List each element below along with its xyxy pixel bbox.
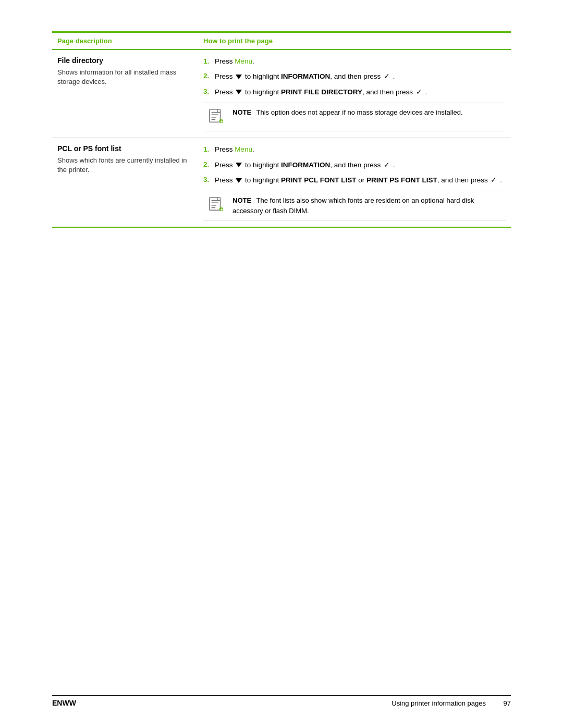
- table-row: File directory Shows information for all…: [52, 50, 511, 138]
- step-3: 3. Press to highlight PRINT FILE DIRECTO…: [203, 87, 506, 97]
- info-table: Page description How to print the page F…: [52, 31, 511, 228]
- pcl-step-3: 3. Press to highlight PRINT PCL FONT LIS…: [203, 175, 506, 186]
- svg-text:✦: ✦: [220, 119, 223, 123]
- pcl-step-num-3: 3.: [203, 175, 215, 185]
- checkmark-icon-pcl-2: ✓: [384, 159, 390, 170]
- note-content-2: NOTE The font lists also show which font…: [232, 195, 500, 216]
- note-svg-icon-2: ✦: [209, 196, 224, 212]
- svg-text:✦: ✦: [220, 208, 223, 212]
- step-text-1: Press Menu.: [215, 56, 506, 67]
- step-num-1: 1.: [203, 56, 215, 67]
- note-text-2: The font lists also show which fonts are…: [232, 196, 474, 215]
- pcl-step-num-2: 2.: [203, 159, 215, 170]
- checkmark-icon-2: ✓: [384, 71, 390, 82]
- note-content-1: NOTE This option does not appear if no m…: [232, 107, 463, 118]
- footer-right-text: Using printer information pages: [391, 699, 486, 707]
- note-box-1: ✦ NOTE This option does not appear if no…: [203, 103, 506, 132]
- pcl-step-text-3: Press to highlight PRINT PCL FONT LIST o…: [215, 175, 506, 186]
- footer-right-label: Using printer information pages 97: [391, 699, 511, 707]
- pcl-step-1: 1. Press Menu.: [203, 144, 506, 155]
- pcl-step-num-1: 1.: [203, 144, 215, 155]
- footer-page-number: 97: [504, 699, 511, 707]
- bold-print-file-dir: PRINT FILE DIRECTORY: [281, 88, 362, 96]
- bold-information-pcl-2: INFORMATION: [281, 161, 330, 169]
- file-directory-steps: 1. Press Menu. 2. Press to highlight INF…: [203, 56, 506, 97]
- footer-left-label: ENWW: [52, 699, 76, 707]
- arrow-down-icon-pcl-3: [236, 178, 242, 183]
- pcl-ps-description: PCL or PS font list Shows which fonts ar…: [52, 138, 198, 227]
- checkmark-icon-3: ✓: [416, 87, 422, 97]
- checkmark-icon-pcl-3: ✓: [491, 175, 497, 186]
- arrow-down-icon-pcl-2: [236, 163, 242, 167]
- note-label-1: NOTE: [232, 108, 251, 116]
- pcl-step-text-1: Press Menu.: [215, 144, 506, 155]
- pcl-ps-steps: 1. Press Menu. 2. Press to highlight INF…: [203, 144, 506, 186]
- page-footer: ENWW Using printer information pages 97: [52, 695, 511, 707]
- header-how-to-print: How to print the page: [198, 32, 511, 50]
- file-directory-instructions: 1. Press Menu. 2. Press to highlight INF…: [198, 50, 511, 138]
- page-container: Page description How to print the page F…: [0, 0, 563, 728]
- step-text-2: Press to highlight INFORMATION, and then…: [215, 71, 506, 82]
- bold-print-pcl: PRINT PCL FONT LIST: [281, 176, 357, 184]
- step-1: 1. Press Menu.: [203, 56, 506, 67]
- arrow-down-icon-2: [236, 75, 242, 79]
- arrow-down-icon-3: [236, 90, 242, 94]
- step-2: 2. Press to highlight INFORMATION, and t…: [203, 71, 506, 82]
- step-num-2: 2.: [203, 71, 215, 81]
- note-text-1: This option does not appear if no mass s…: [256, 108, 463, 116]
- file-directory-title: File directory: [57, 56, 193, 65]
- bold-print-ps: PRINT PS FONT LIST: [366, 176, 437, 184]
- pcl-step-text-2: Press to highlight INFORMATION, and then…: [215, 159, 506, 170]
- note-icon-2: ✦: [209, 196, 227, 215]
- pcl-step-2: 2. Press to highlight INFORMATION, and t…: [203, 159, 506, 170]
- note-icon-1: ✦: [209, 108, 227, 127]
- file-directory-description: File directory Shows information for all…: [52, 50, 198, 138]
- file-directory-subtitle: Shows information for all installed mass…: [57, 68, 193, 87]
- pcl-ps-instructions: 1. Press Menu. 2. Press to highlight INF…: [198, 138, 511, 227]
- menu-link-2: Menu: [235, 145, 252, 153]
- note-svg-icon-1: ✦: [209, 108, 224, 124]
- bold-information-2: INFORMATION: [281, 72, 330, 80]
- note-box-2: ✦ NOTE The font lists also show which fo…: [203, 191, 506, 220]
- step-num-3: 3.: [203, 87, 215, 97]
- pcl-ps-title: PCL or PS font list: [57, 144, 193, 153]
- svg-rect-7: [210, 198, 221, 210]
- header-page-description: Page description: [52, 32, 198, 50]
- menu-link-1: Menu: [235, 57, 252, 65]
- note-label-2: NOTE: [232, 196, 251, 204]
- step-text-3: Press to highlight PRINT FILE DIRECTORY,…: [215, 87, 506, 97]
- table-row: PCL or PS font list Shows which fonts ar…: [52, 138, 511, 227]
- pcl-ps-subtitle: Shows which fonts are currently installe…: [57, 156, 193, 175]
- svg-rect-0: [210, 109, 221, 122]
